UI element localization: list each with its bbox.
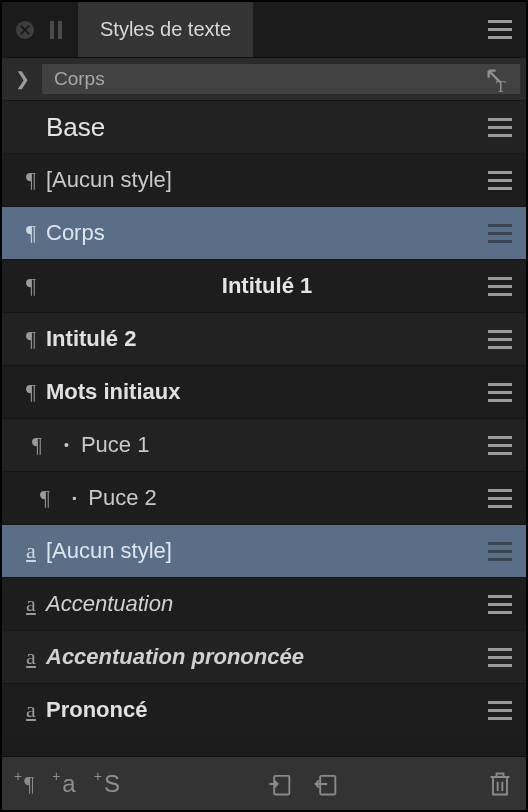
style-label: Puce 2 — [88, 485, 488, 511]
style-label: Corps — [46, 220, 488, 246]
character-icon: a — [16, 591, 46, 617]
style-label: Intitulé 2 — [46, 326, 488, 352]
style-row-initialwords[interactable]: ¶ Mots initiaux — [2, 365, 526, 418]
plus-icon: + — [14, 768, 22, 784]
paragraph-icon: ¶ — [16, 167, 46, 193]
close-icon[interactable] — [16, 21, 34, 39]
row-menu-icon[interactable] — [488, 701, 512, 720]
row-menu-icon[interactable] — [488, 277, 512, 296]
plus-icon: + — [94, 768, 102, 784]
tab-text-styles[interactable]: Styles de texte — [78, 2, 253, 57]
export-styles-button[interactable] — [312, 770, 340, 798]
style-row-heading2[interactable]: ¶ Intitulé 2 — [2, 312, 526, 365]
row-menu-icon[interactable] — [488, 542, 512, 561]
tab-label: Styles de texte — [100, 18, 231, 41]
plus-icon: + — [52, 768, 60, 784]
svg-rect-2 — [320, 775, 335, 794]
svg-text:T: T — [496, 77, 506, 94]
styles-list: Base ¶ [Aucun style] ¶ Corps ¶ Intitulé … — [2, 100, 526, 756]
style-label: Prononcé — [46, 697, 488, 723]
style-label: Puce 1 — [81, 432, 488, 458]
import-styles-button[interactable] — [266, 770, 294, 798]
row-menu-icon[interactable] — [488, 489, 512, 508]
current-style-field[interactable]: Corps — [42, 64, 476, 94]
paragraph-icon: ¶ — [16, 220, 46, 246]
row-menu-icon[interactable] — [488, 383, 512, 402]
row-menu-icon[interactable] — [488, 171, 512, 190]
style-label: [Aucun style] — [46, 167, 488, 193]
style-label: [Aucun style] — [46, 538, 488, 564]
style-row-emphasis[interactable]: a Accentuation — [2, 577, 526, 630]
style-glyph: S — [104, 770, 120, 798]
row-menu-icon[interactable] — [488, 224, 512, 243]
style-row-strong-emphasis[interactable]: a Accentuation prononcée — [2, 630, 526, 683]
style-row-heading1[interactable]: ¶ Intitulé 1 — [2, 259, 526, 312]
style-row-none-para[interactable]: ¶ [Aucun style] — [2, 153, 526, 206]
style-label: Base — [46, 112, 488, 143]
panel-menu-icon[interactable] — [488, 20, 512, 39]
character-icon: a — [16, 538, 46, 564]
reset-formatting-icon[interactable]: T — [476, 64, 520, 94]
paragraph-glyph: ¶ — [24, 771, 34, 797]
row-menu-icon[interactable] — [488, 648, 512, 667]
chevron-right-icon[interactable]: ❯ — [2, 68, 42, 90]
row-menu-icon[interactable] — [488, 118, 512, 137]
bullet-dot-icon: • — [64, 437, 69, 453]
style-label: Accentuation — [46, 591, 488, 617]
style-label: Mots initiaux — [46, 379, 488, 405]
style-row-strong[interactable]: a Prononcé — [2, 683, 526, 736]
character-icon: a — [16, 644, 46, 670]
character-icon: a — [16, 697, 46, 723]
paragraph-icon: ¶ — [22, 432, 52, 458]
dock-icon[interactable] — [50, 21, 62, 39]
row-menu-icon[interactable] — [488, 436, 512, 455]
paragraph-icon: ¶ — [16, 326, 46, 352]
row-menu-icon[interactable] — [488, 330, 512, 349]
style-group-base[interactable]: Base — [2, 100, 526, 153]
delete-style-button[interactable] — [486, 770, 514, 798]
style-row-corps[interactable]: ¶ Corps — [2, 206, 526, 259]
add-paragraph-style-button[interactable]: + ¶ — [14, 771, 34, 797]
style-label: Accentuation prononcée — [46, 644, 488, 670]
paragraph-icon: ¶ — [16, 379, 46, 405]
style-row-bullet2[interactable]: ¶ ▪ Puce 2 — [2, 471, 526, 524]
paragraph-icon: ¶ — [16, 273, 46, 299]
character-glyph: a — [62, 770, 75, 798]
style-label: Intitulé 1 — [46, 273, 488, 299]
row-menu-icon[interactable] — [488, 595, 512, 614]
add-character-style-button[interactable]: + a — [52, 770, 76, 798]
current-style-label: Corps — [54, 68, 105, 90]
style-row-bullet1[interactable]: ¶ • Puce 1 — [2, 418, 526, 471]
style-row-none-char[interactable]: a [Aucun style] — [2, 524, 526, 577]
add-group-button[interactable]: + S — [94, 770, 120, 798]
bullet-square-icon: ▪ — [72, 491, 76, 505]
paragraph-icon: ¶ — [30, 485, 60, 511]
